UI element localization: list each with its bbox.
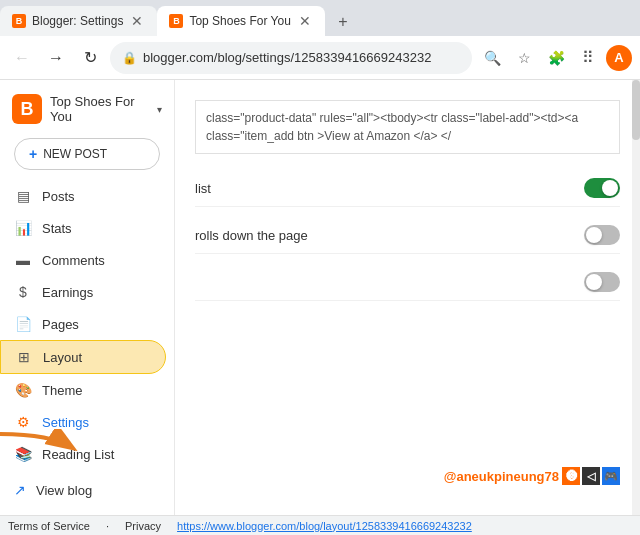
new-tab-button[interactable]: + xyxy=(329,8,357,36)
profile-avatar[interactable]: A xyxy=(606,45,632,71)
address-input[interactable]: 🔒 blogger.com/blog/settings/125833941666… xyxy=(110,42,472,74)
sidebar-label-layout: Layout xyxy=(43,350,82,365)
content-area: class="product-data" rules="all"><tbody>… xyxy=(175,80,640,515)
blogger-logo: B xyxy=(12,94,42,124)
code-snippet: class="product-data" rules="all"><tbody>… xyxy=(195,100,620,154)
posts-icon: ▤ xyxy=(14,188,32,204)
status-bar: Terms of Service · Privacy https://www.b… xyxy=(0,515,640,535)
forward-button[interactable]: → xyxy=(42,44,70,72)
blogger-favicon-2: B xyxy=(169,14,183,28)
tab-blogger-settings[interactable]: B Blogger: Settings ✕ xyxy=(0,6,157,36)
view-blog-item[interactable]: ↗ View blog xyxy=(0,474,174,506)
page-area: class="product-data" rules="all"><tbody>… xyxy=(175,80,640,515)
toggle-1[interactable] xyxy=(584,178,620,198)
address-text: blogger.com/blog/settings/125833941666​9… xyxy=(143,50,460,65)
sidebar-item-posts[interactable]: ▤ Posts xyxy=(0,180,166,212)
search-icon[interactable]: 🔍 xyxy=(478,44,506,72)
extensions-icon[interactable]: 🧩 xyxy=(542,44,570,72)
tab-label-1: Blogger: Settings xyxy=(32,14,123,28)
sidebar: B Top Shoes For You ▾ + NEW POST ▤ Posts… xyxy=(0,80,175,515)
sidebar-label-theme: Theme xyxy=(42,383,82,398)
bookmark-icon[interactable]: ☆ xyxy=(510,44,538,72)
wm-icon-1: 🅢 xyxy=(562,467,580,485)
status-privacy[interactable]: Privacy xyxy=(125,520,161,532)
sidebar-label-stats: Stats xyxy=(42,221,72,236)
sidebar-header: B Top Shoes For You ▾ xyxy=(0,80,174,134)
tab-bar: B Blogger: Settings ✕ B Top Shoes For Yo… xyxy=(0,0,640,36)
dropdown-arrow-icon[interactable]: ▾ xyxy=(157,104,162,115)
sidebar-label-settings: Settings xyxy=(42,415,89,430)
new-post-label: NEW POST xyxy=(43,147,107,161)
toggle-2[interactable] xyxy=(584,225,620,245)
tab-top-shoes[interactable]: B Top Shoes For You ✕ xyxy=(157,6,324,36)
toggle-3[interactable] xyxy=(584,272,620,292)
toggle-knob-3 xyxy=(586,274,602,290)
tab-close-2[interactable]: ✕ xyxy=(297,13,313,29)
sidebar-label-pages: Pages xyxy=(42,317,79,332)
view-blog-label: View blog xyxy=(36,483,92,498)
sidebar-item-layout[interactable]: ⊞ Layout xyxy=(0,340,166,374)
sidebar-item-stats[interactable]: 📊 Stats xyxy=(0,212,166,244)
sidebar-item-pages[interactable]: 📄 Pages xyxy=(0,308,166,340)
layout-icon: ⊞ xyxy=(15,349,33,365)
status-separator: · xyxy=(106,520,109,532)
toggle-knob-1 xyxy=(602,180,618,196)
sidebar-item-settings[interactable]: ⚙ Settings xyxy=(0,406,166,438)
toggle-label-2: rolls down the page xyxy=(195,228,308,243)
reload-button[interactable]: ↻ xyxy=(76,44,104,72)
blog-title: Top Shoes For You xyxy=(50,94,149,124)
toggle-row-3 xyxy=(195,264,620,301)
watermark-icons: 🅢 ◁ 🎮 xyxy=(562,467,620,485)
watermark: @aneukpineung78 🅢 ◁ 🎮 xyxy=(444,467,620,485)
plus-icon: + xyxy=(29,146,37,162)
sidebar-label-earnings: Earnings xyxy=(42,285,93,300)
tab-label-2: Top Shoes For You xyxy=(189,14,290,28)
stats-icon: 📊 xyxy=(14,220,32,236)
external-link-icon: ↗ xyxy=(14,482,26,498)
watermark-text: @aneukpineung78 xyxy=(444,469,559,484)
tab-close-1[interactable]: ✕ xyxy=(129,13,145,29)
address-right-icons: 🔍 ☆ 🧩 ⠿ A xyxy=(478,44,632,72)
status-terms[interactable]: Terms of Service xyxy=(8,520,90,532)
sidebar-item-earnings[interactable]: $ Earnings xyxy=(0,276,166,308)
pages-icon: 📄 xyxy=(14,316,32,332)
browser-frame: B Blogger: Settings ✕ B Top Shoes For Yo… xyxy=(0,0,640,535)
sidebar-label-posts: Posts xyxy=(42,189,75,204)
main-content: B Top Shoes For You ▾ + NEW POST ▤ Posts… xyxy=(0,80,640,515)
apps-icon[interactable]: ⠿ xyxy=(574,44,602,72)
back-button[interactable]: ← xyxy=(8,44,36,72)
sidebar-label-reading-list: Reading List xyxy=(42,447,114,462)
sidebar-item-comments[interactable]: ▬ Comments xyxy=(0,244,166,276)
theme-icon: 🎨 xyxy=(14,382,32,398)
toggle-label-1: list xyxy=(195,181,211,196)
new-post-button[interactable]: + NEW POST xyxy=(14,138,160,170)
earnings-icon: $ xyxy=(14,284,32,300)
wm-icon-3: 🎮 xyxy=(602,467,620,485)
settings-icon: ⚙ xyxy=(14,414,32,430)
toggle-knob-2 xyxy=(586,227,602,243)
wm-icon-2: ◁ xyxy=(582,467,600,485)
lock-icon: 🔒 xyxy=(122,51,137,65)
sidebar-label-comments: Comments xyxy=(42,253,105,268)
sidebar-item-theme[interactable]: 🎨 Theme xyxy=(0,374,166,406)
sidebar-item-reading-list[interactable]: 📚 Reading List xyxy=(0,438,166,470)
comments-icon: ▬ xyxy=(14,252,32,268)
toggle-row-2: rolls down the page xyxy=(195,217,620,254)
blogger-favicon-1: B xyxy=(12,14,26,28)
reading-list-icon: 📚 xyxy=(14,446,32,462)
address-bar: ← → ↻ 🔒 blogger.com/blog/settings/125833… xyxy=(0,36,640,80)
toggle-row-1: list xyxy=(195,170,620,207)
status-url: https://www.blogger.com/blog/layout/1258… xyxy=(177,520,472,532)
